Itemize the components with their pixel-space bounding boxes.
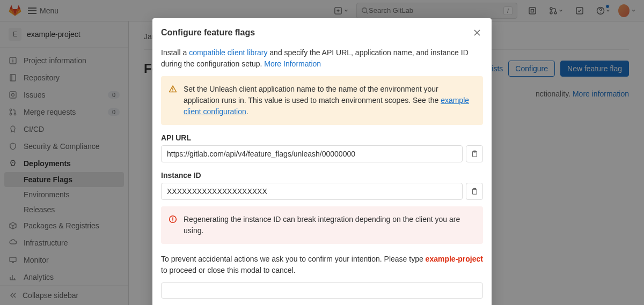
copy-api-url-button[interactable] bbox=[466, 145, 483, 162]
warning-alert: Set the Unleash client application name … bbox=[161, 76, 483, 125]
warning-icon bbox=[169, 85, 177, 93]
clipboard-icon bbox=[471, 150, 478, 158]
copy-instance-id-button[interactable] bbox=[466, 183, 483, 200]
danger-alert: Regenerating the instance ID can break i… bbox=[161, 206, 483, 244]
confirm-instructions: To prevent accidental actions we ask you… bbox=[161, 254, 483, 276]
error-icon bbox=[169, 215, 177, 224]
confirm-project-name: example-project bbox=[426, 255, 483, 263]
confirm-input[interactable] bbox=[161, 282, 483, 299]
close-icon[interactable] bbox=[471, 27, 483, 39]
modal-title: Configure feature flags bbox=[161, 28, 255, 38]
svg-point-24 bbox=[172, 220, 173, 221]
instance-id-input[interactable] bbox=[161, 183, 463, 200]
instance-id-label: Instance ID bbox=[161, 171, 483, 180]
compatible-client-library-link[interactable]: compatible client library bbox=[189, 48, 267, 57]
configure-feature-flags-modal: Configure feature flags Install a compat… bbox=[152, 18, 492, 305]
modal-overlay[interactable]: Configure feature flags Install a compat… bbox=[0, 0, 644, 305]
svg-point-18 bbox=[172, 91, 173, 92]
modal-intro: Install a compatible client library and … bbox=[161, 47, 483, 70]
api-url-label: API URL bbox=[161, 133, 483, 142]
clipboard-icon bbox=[471, 188, 478, 195]
api-url-input[interactable] bbox=[161, 145, 463, 162]
more-information-link[interactable]: More Information bbox=[264, 59, 321, 68]
